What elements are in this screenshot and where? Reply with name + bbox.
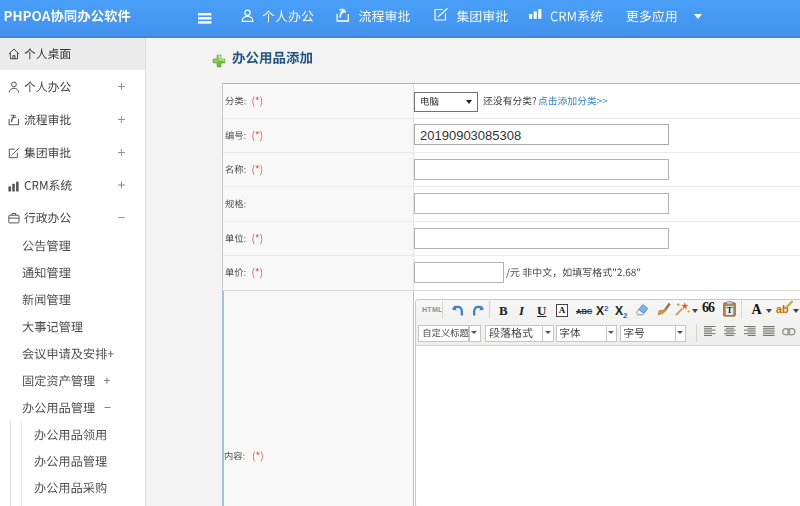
svg-text:T: T	[727, 305, 733, 315]
